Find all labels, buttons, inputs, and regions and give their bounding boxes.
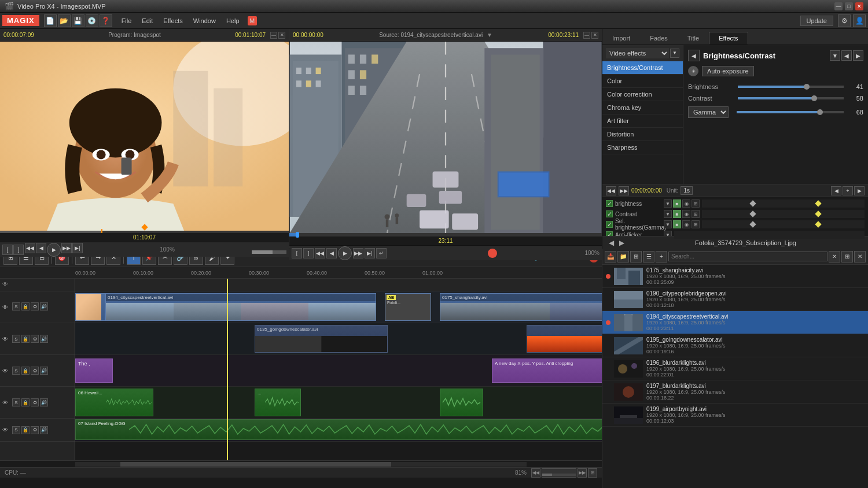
tab-fades[interactable]: Fades — [640, 32, 678, 45]
kf-ctrl-c1[interactable]: ▼ — [664, 210, 672, 218]
minimize-button[interactable]: — — [834, 2, 843, 10]
open-button[interactable]: 📂 — [58, 14, 71, 27]
mb-add-btn[interactable]: + — [656, 251, 667, 263]
settings-dropdown-btn[interactable]: ▼ — [830, 50, 840, 61]
track-5-solo[interactable]: S — [12, 426, 20, 434]
kf-back-btn[interactable]: ◀◀ — [606, 186, 616, 195]
menu-edit[interactable]: Edit — [137, 16, 157, 25]
clip-escalator[interactable]: 0135_goingdownescalator.avi — [255, 325, 388, 353]
mb-item-0196[interactable]: 0196_blurdarklights.avi 1920 x 1080, 16:… — [602, 357, 868, 380]
src-prev[interactable]: ◀ — [326, 248, 337, 258]
zoom-out-btn[interactable]: ◀◀ — [531, 468, 540, 478]
src-mark-out[interactable]: ] — [303, 248, 314, 258]
settings-prev-btn[interactable]: ◀ — [841, 50, 852, 61]
tab-title[interactable]: Title — [678, 32, 709, 45]
track-1-mute[interactable]: 🔒 — [21, 302, 30, 310]
mb-expand-btn[interactable]: ⊞ — [841, 251, 853, 263]
clip-fotolia[interactable]: AB Fotoli... — [385, 293, 431, 321]
track-2-mute[interactable]: 🔒 — [21, 335, 30, 343]
save-button[interactable]: 💾 — [72, 14, 84, 27]
scroll-thumb[interactable] — [120, 462, 391, 467]
kf-add-btn[interactable]: + — [843, 186, 853, 195]
timeline-scrollbar[interactable] — [0, 460, 602, 467]
kf-checkbox-contrast[interactable]: ✓ — [606, 210, 613, 217]
track-5-mute[interactable]: 🔒 — [21, 426, 30, 434]
src-play[interactable]: ▶ — [338, 246, 352, 260]
kf-ctrl-c2[interactable]: ◉ — [682, 210, 690, 218]
mb-item-0199[interactable]: 0199_airportbynight.avi 1920 x 1080, 16:… — [602, 404, 868, 427]
kf-ctrl-c3[interactable]: ⊞ — [692, 210, 700, 218]
effect-item-color[interactable]: Color — [602, 75, 683, 88]
preview-minimize[interactable]: — — [270, 32, 277, 39]
tab-import[interactable]: Import — [602, 32, 640, 45]
eye-icon-global[interactable]: 👁 — [2, 281, 10, 289]
track-1-solo[interactable]: S — [12, 302, 20, 310]
effects-menu-btn[interactable]: ▼ — [670, 49, 679, 58]
mb-item-0195[interactable]: 0195_goingdownescalator.avi 1920 x 1080,… — [602, 334, 868, 357]
kf-color-g[interactable]: ■ — [673, 220, 681, 228]
kf-checkbox-gamma[interactable]: ✓ — [606, 221, 613, 228]
mb-search-clear-btn[interactable]: ✕ — [829, 251, 840, 263]
expand-btn[interactable]: ⊞ — [588, 468, 597, 478]
clip-airport-night[interactable] — [527, 325, 602, 353]
brightness-track[interactable] — [738, 86, 844, 88]
settings-next-btn[interactable]: ▶ — [853, 50, 863, 61]
kf-ctrl-g3[interactable]: ⊞ — [692, 220, 700, 228]
gamma-track[interactable] — [737, 111, 844, 113]
new-button[interactable]: 📄 — [44, 14, 57, 27]
track-2-solo[interactable]: S — [12, 335, 20, 343]
track-4-mute[interactable]: 🔒 — [21, 398, 30, 406]
track-4-settings[interactable]: ⚙ — [31, 398, 39, 406]
effect-item-brightness[interactable]: Brightness/Contrast — [602, 61, 683, 75]
src-prev2[interactable]: ◀◀ — [315, 248, 325, 258]
track-2-settings[interactable]: ⚙ — [31, 335, 39, 343]
src-record[interactable] — [488, 249, 497, 258]
mb-import-btn[interactable]: 📥 — [605, 251, 616, 263]
track-5-audio[interactable]: 🔊 — [40, 426, 48, 434]
clip-hawaii[interactable]: 06 Hawaii... — [75, 389, 153, 416]
menu-window[interactable]: Window — [189, 16, 220, 25]
auto-exposure-button[interactable]: Auto-exposure — [702, 66, 754, 76]
kf-next-btn[interactable]: ▶ — [854, 186, 865, 195]
kf-unit[interactable]: 1s — [681, 186, 693, 195]
fp-prev-btn[interactable]: ◀ — [606, 238, 616, 248]
track-1-audio[interactable]: 🔊 — [40, 302, 48, 310]
clip-cityscapestreet[interactable]: 0194_cityscapestreetvertical.avi — [105, 293, 376, 321]
track-5-eye[interactable]: 👁 — [2, 427, 10, 433]
clip-audio-3[interactable] — [440, 389, 483, 416]
mb-item-0197[interactable]: 0197_blurdarklights.avi 1920 x 1080, 16:… — [602, 380, 868, 404]
next-btn[interactable]: ▶▶ — [61, 243, 72, 253]
prev-btn[interactable]: ◀ — [36, 243, 46, 253]
clip-audio-2[interactable]: ... — [255, 389, 301, 416]
track-1-eye[interactable]: 👁 — [2, 304, 10, 310]
track-1-settings[interactable]: ⚙ — [31, 302, 39, 310]
menu-effects[interactable]: Effects — [159, 16, 187, 25]
mb-grid-btn[interactable]: ⊞ — [630, 251, 642, 263]
track-5-settings[interactable]: ⚙ — [31, 426, 39, 434]
track-2-eye[interactable]: 👁 — [2, 336, 10, 342]
track-3-eye[interactable]: 👁 — [2, 368, 10, 374]
mb-folder-btn[interactable]: 📁 — [617, 251, 629, 263]
kf-ctrl-b3[interactable]: ⊞ — [692, 199, 700, 208]
src-next[interactable]: ▶▶ — [353, 248, 363, 258]
track-3-mute[interactable]: 🔒 — [21, 367, 30, 375]
mb-list-btn[interactable]: ☰ — [643, 251, 654, 263]
media-search-input[interactable] — [668, 252, 827, 261]
mb-item-0194[interactable]: 0194_cityscapestreetvertical.avi 1920 x … — [602, 311, 868, 334]
kf-color-b[interactable]: ■ — [673, 199, 681, 208]
burn-button[interactable]: 💿 — [86, 14, 98, 27]
preview-close[interactable]: ✕ — [278, 32, 285, 39]
fp-next-btn[interactable]: ▶ — [616, 238, 627, 248]
track-3-audio[interactable]: 🔊 — [40, 367, 48, 375]
kf-ctrl-b1[interactable]: ▼ — [664, 199, 672, 208]
clip-woman-thumb[interactable] — [75, 293, 105, 321]
track-3-settings[interactable]: ⚙ — [31, 367, 39, 375]
menu-file[interactable]: File — [117, 16, 137, 25]
tab-effects[interactable]: Effects — [709, 32, 748, 45]
gamma-thumb[interactable] — [817, 109, 823, 115]
kf-ctrl-b2[interactable]: ◉ — [682, 199, 690, 208]
effect-item-art[interactable]: Art filter — [602, 114, 683, 128]
play-btn[interactable]: ▶ — [47, 243, 61, 257]
back-btn[interactable]: ◀ — [688, 50, 700, 61]
close-button[interactable]: ✕ — [855, 2, 863, 10]
